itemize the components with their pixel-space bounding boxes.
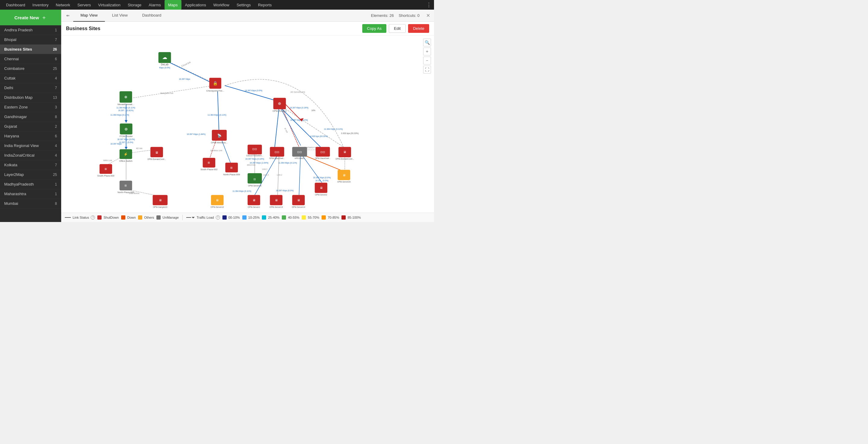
svg-text:16.397 Kbps (0.0%): 16.397 Kbps (0.0%)	[276, 189, 294, 192]
svg-text:11.364 Kbps (0.11%): 11.364 Kbps (0.11%)	[110, 114, 129, 116]
sidebar-item-distribution-map[interactable]: Distribution Map13	[0, 93, 61, 102]
sidebar-item-gujarat[interactable]: Gujarat2	[0, 122, 61, 131]
sidebar-item-count: 6	[55, 57, 57, 61]
svg-text:⊞: ⊞	[230, 166, 233, 169]
svg-text:11.364 Kbps (0.11%): 11.364 Kbps (0.11%)	[116, 107, 135, 109]
tab-list-view[interactable]: List View	[105, 10, 135, 22]
sidebar-item-delhi[interactable]: Delhi7	[0, 83, 61, 93]
sidebar-item-kolkata[interactable]: Kolkata7	[0, 160, 61, 170]
sidebar-item-label: Delhi	[4, 86, 13, 90]
svg-text:🖥: 🖥	[320, 186, 322, 189]
sidebar-item-label: MadhyaPradesth	[4, 182, 34, 186]
sidebar-item-count: 6	[55, 134, 57, 138]
sidebar-item-label: Cuttak	[4, 76, 16, 81]
traffic-70-85: 70-85%	[321, 215, 339, 220]
nav-virtualization[interactable]: Virtualization	[95, 0, 124, 10]
content-header: Business Sites Copy As Edit Delete	[61, 22, 434, 36]
svg-text:HPESwitch: HPESwitch	[295, 157, 305, 159]
map-canvas[interactable]: 🔍 ＋ － ⛶ Cloud link 16.397 Kbps	[61, 36, 434, 213]
svg-line-20	[283, 107, 343, 147]
svg-text:Link 2: Link 2	[264, 174, 269, 176]
nav-applications[interactable]: Applications	[181, 0, 210, 10]
traffic-00-10: 00-10%	[222, 215, 240, 220]
sidebar-item-madhyapradesth[interactable]: MadhyaPradesth1	[0, 180, 61, 189]
svg-text:OPM-Sample10: OPM-Sample10	[153, 206, 167, 209]
copy-as-button[interactable]: Copy As	[362, 24, 386, 33]
svg-text:OPM-Wireless...: OPM-Wireless...	[211, 141, 227, 144]
link-status-help[interactable]: ?	[91, 215, 95, 220]
svg-text:16.397... (0.81%): 16.397... (0.81%)	[118, 109, 133, 112]
sidebar-item-andhra-pradesh[interactable]: Andhra Pradesh1	[0, 25, 61, 35]
tab-bar: ⇐ Map View List View Dashboard Elements:…	[61, 10, 434, 22]
tab-map-view[interactable]: Map View	[73, 10, 105, 22]
svg-text:OPM-Router2: OPM-Router2	[273, 109, 287, 113]
zoom-search-button[interactable]: 🔍	[423, 38, 431, 46]
nav-servers[interactable]: Servers	[74, 0, 95, 10]
svg-text:⊞: ⊞	[208, 161, 210, 164]
nav-storage[interactable]: Storage	[124, 0, 145, 10]
map-controls: 🔍 ＋ － ⛶	[423, 38, 431, 73]
svg-text:Link 1: Link 1	[262, 168, 268, 170]
fit-screen-button[interactable]: ⛶	[423, 66, 431, 73]
delete-button[interactable]: Delete	[408, 24, 429, 33]
traffic-load-help[interactable]: ?	[216, 215, 220, 220]
tab-dashboard[interactable]: Dashboard	[135, 10, 169, 22]
sidebar-item-india-regional-view[interactable]: India Regional View4	[0, 141, 61, 151]
sidebar-item-label: Business Sites	[4, 47, 32, 52]
sidebar-item-gandhinagar[interactable]: Gandhinagar8	[0, 112, 61, 122]
nav-inventory[interactable]: Inventory	[29, 0, 52, 10]
svg-text:MerakiFirewall...: MerakiFirewall...	[118, 103, 134, 106]
svg-text:🖥: 🖥	[216, 198, 218, 202]
zoom-in-button[interactable]: ＋	[423, 47, 431, 56]
sidebar-item-count: 3	[55, 105, 57, 109]
sidebar-item-bhopal[interactable]: Bhopal7	[0, 35, 61, 44]
svg-line-37	[132, 150, 153, 152]
create-new-button[interactable]: Create New ＋	[0, 10, 61, 25]
sidebar-item-business-sites[interactable]: Business Sites26	[0, 44, 61, 54]
sidebar-item-mumbai[interactable]: Mumbai8	[0, 199, 61, 209]
traffic-load-label: Traffic Load	[196, 216, 214, 219]
nav-more-icon[interactable]: ⋮	[426, 1, 432, 8]
legend-bar: Link Status ? ShutDown Down Others	[61, 213, 434, 222]
sidebar-item-haryana[interactable]: Haryana6	[0, 131, 61, 141]
zoom-out-button[interactable]: －	[423, 57, 431, 64]
svg-text:Office.Switch: Office.Switch	[119, 160, 132, 162]
unmanage-section: UnManage	[156, 215, 179, 220]
sidebar-item-eastern-zone[interactable]: Eastern Zone3	[0, 102, 61, 112]
svg-text:⊡⊡: ⊡⊡	[275, 151, 279, 154]
svg-text:11.364 Kbps (0.11%): 11.364 Kbps (0.11%)	[324, 128, 343, 130]
sidebar-item-indiazonalcritical[interactable]: IndiaZonalCritical4	[0, 151, 61, 160]
svg-text:🔒: 🔒	[213, 81, 218, 86]
svg-text:OPM-StackSwit...: OPM-StackSwit...	[269, 157, 285, 159]
sidebar-item-label: Chennai	[4, 57, 19, 61]
sidebar-item-layer2map[interactable]: Layer2Map25	[0, 170, 61, 180]
nav-reports[interactable]: Reports	[254, 0, 276, 10]
nav-settings[interactable]: Settings	[233, 0, 254, 10]
sidebar-item-cuttak[interactable]: Cuttak4	[0, 73, 61, 83]
svg-text:DeLab: DeLab	[161, 63, 168, 66]
nav-maps[interactable]: Maps	[164, 0, 181, 10]
sidebar-item-count: 25	[53, 172, 57, 177]
nav-network[interactable]: Network	[52, 0, 74, 10]
sidebar-item-coimbatore[interactable]: Coimbatore25	[0, 64, 61, 73]
svg-text:Link 2: Link 2	[277, 174, 282, 176]
svg-text:16.397 Kbps (1.64%): 16.397 Kbps (1.64%)	[187, 133, 206, 135]
sidebar-item-chennai[interactable]: Chennai6	[0, 54, 61, 64]
nav-alarms[interactable]: Alarms	[145, 0, 164, 10]
sidebar-item-maharashtra[interactable]: Maharashtra1	[0, 189, 61, 199]
svg-text:ITOM-Router: ITOM-Router	[119, 135, 133, 138]
edit-button[interactable]: Edit	[389, 24, 406, 33]
svg-text:🖥: 🖥	[343, 150, 346, 154]
nav-workflow[interactable]: Workflow	[210, 0, 233, 10]
sidebar-item-label: IndiaZonalCritical	[4, 153, 34, 158]
svg-text:16.397... (0.0%): 16.397... (0.0%)	[119, 141, 133, 144]
svg-text:☁: ☁	[162, 55, 167, 60]
svg-text:OPM-Server13: OPM-Server13	[270, 206, 283, 208]
back-button[interactable]: ⇐	[64, 11, 72, 20]
nav-dashboard[interactable]: Dashboard	[2, 0, 29, 10]
svg-text:16.397 Kbps: 16.397 Kbps	[179, 78, 190, 81]
svg-marker-13	[125, 147, 127, 150]
traffic-load-section: Traffic Load ?	[186, 215, 220, 220]
close-button[interactable]: ✕	[424, 12, 432, 19]
svg-line-21	[218, 91, 219, 132]
